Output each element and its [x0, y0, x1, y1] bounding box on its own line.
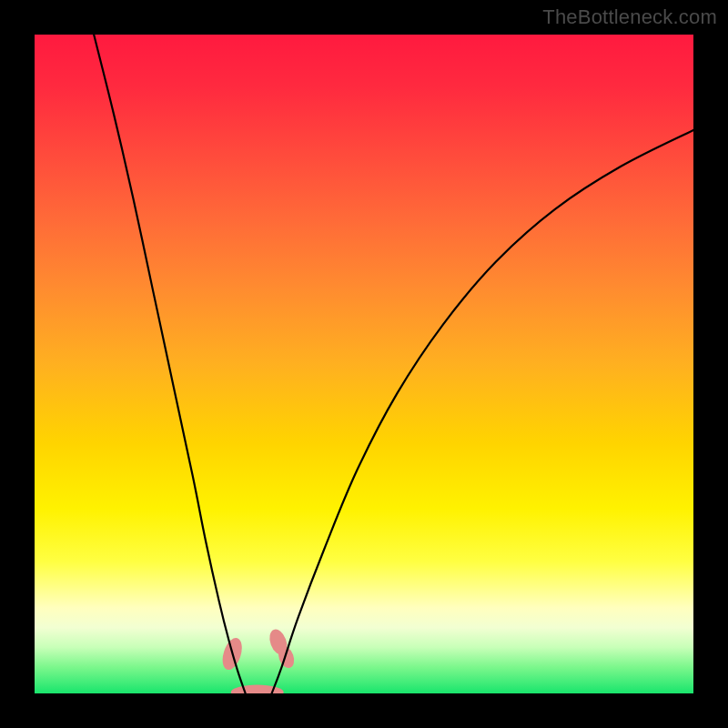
chart-svg: [35, 35, 693, 693]
marker-layer: [219, 627, 298, 693]
right-curve: [272, 130, 693, 693]
curve-layer: [94, 35, 693, 693]
bottom-blob: [231, 685, 284, 693]
chart-frame: TheBottleneck.com: [0, 0, 728, 728]
watermark-text: TheBottleneck.com: [542, 5, 717, 29]
plot-area: [35, 35, 693, 693]
left-curve: [94, 35, 246, 693]
